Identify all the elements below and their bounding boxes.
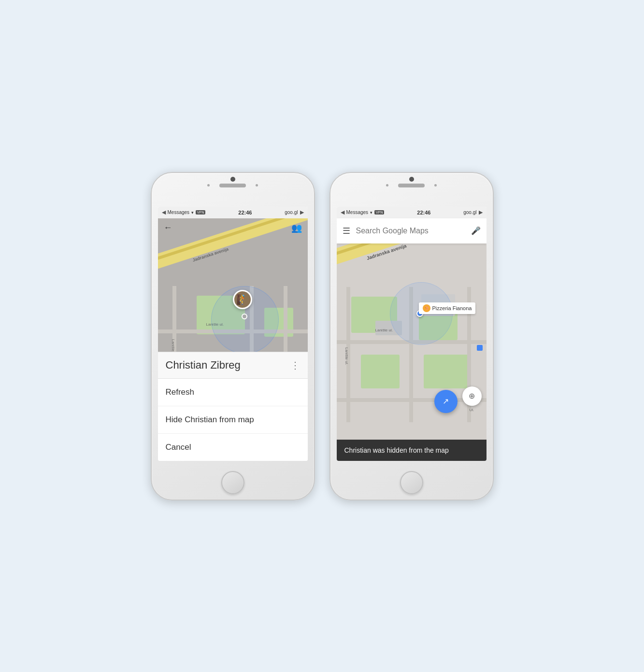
location-button-2[interactable]: ⊕ <box>462 386 482 406</box>
person-name-1: Christian Zibreg <box>166 359 241 372</box>
menu-dots-1[interactable]: ⋮ <box>290 359 300 371</box>
phone-top-1 <box>152 173 314 207</box>
bottom-panel-1: Christian Zibreg ⋮ Refresh Hide Christia… <box>158 352 308 461</box>
search-bar-2: ☰ 🎤 <box>337 218 487 243</box>
back-arrow-icon: ◀ <box>162 209 166 215</box>
app-name-2: Messages <box>346 210 369 215</box>
dot-2 <box>256 184 258 186</box>
map-nav-1: ← 👥 <box>158 218 308 238</box>
menu-item-refresh[interactable]: Refresh <box>158 379 308 406</box>
app-name-1: Messages <box>168 210 190 215</box>
phone-top-2 <box>330 173 493 207</box>
back-arrow-icon-2: ◀ <box>341 209 344 215</box>
phone2-screen: ◀ Messages ▾ VPN 22:46 goo.gl ▶ ☰ 🎤 <box>337 207 487 461</box>
status-bar-2: ◀ Messages ▾ VPN 22:46 goo.gl ▶ <box>337 207 487 218</box>
status-time-1: 22:46 <box>238 210 252 215</box>
home-button-2[interactable] <box>400 471 423 494</box>
home-button-1[interactable] <box>221 471 244 494</box>
search-input-2[interactable] <box>356 227 465 235</box>
user-avatar-1: 🧗 <box>233 290 252 309</box>
dot-3 <box>386 184 388 186</box>
side-button-left <box>151 231 152 245</box>
fab-icon: ↗ <box>443 397 449 406</box>
road-label-2c: Ul. <box>470 408 474 412</box>
back-button-1[interactable]: ← <box>164 223 172 233</box>
speaker-2 <box>398 184 425 187</box>
dot-1 <box>207 184 210 186</box>
phone-2: ◀ Messages ▾ VPN 22:46 goo.gl ▶ ☰ 🎤 <box>329 172 494 500</box>
map-marker-blue-2 <box>477 345 483 351</box>
park-6 <box>424 355 470 388</box>
hamburger-icon-2[interactable]: ☰ <box>343 226 350 236</box>
grey-road-vert-3 <box>284 286 287 352</box>
dot-4 <box>434 184 437 186</box>
mic-icon-2[interactable]: 🎤 <box>471 226 481 235</box>
forward-arrow-icon-1: ▶ <box>300 209 304 215</box>
location-dot-small-1 <box>242 314 247 319</box>
status-url-2: goo.gl <box>463 210 476 215</box>
phone-bottom-2 <box>330 466 493 500</box>
crosshair-icon: ⊕ <box>469 391 475 400</box>
side-button-right <box>314 241 315 265</box>
status-time-2: 22:46 <box>417 210 430 215</box>
park-5 <box>361 355 400 388</box>
vpn-badge-2: VPN <box>374 210 384 214</box>
speaker-1 <box>219 184 246 187</box>
wifi-icon-2: ▾ <box>370 210 372 215</box>
fab-button-2[interactable]: ↗ <box>434 390 458 413</box>
page-container: ◀ Messages ▾ VPN 22:46 goo.gl ▶ <box>151 172 494 500</box>
side-button-right-2 <box>493 241 494 265</box>
phone2-map: Jadranska avenija Lanište ul. Lanište ul… <box>337 243 487 440</box>
wifi-icon-1: ▾ <box>191 210 194 215</box>
road-label-2a: Lanište ul. <box>344 347 349 365</box>
snackbar-2: Christian was hidden from the map <box>337 440 487 461</box>
pizzeria-label: 🍕 Pizzeria Fianona <box>419 302 476 314</box>
phone1-map: Jadranska avenija Lanište ul. Lanište ul… <box>158 218 308 352</box>
road-label-2b: Lanište ul. <box>375 328 393 332</box>
phone-1: ◀ Messages ▾ VPN 22:46 goo.gl ▶ <box>151 172 315 500</box>
pizza-icon: 🍕 <box>423 304 430 312</box>
people-icon-1: 👥 <box>291 223 302 233</box>
forward-arrow-icon-2: ▶ <box>479 209 483 215</box>
person-row-1: Christian Zibreg ⋮ <box>158 352 308 379</box>
menu-item-cancel[interactable]: Cancel <box>158 434 308 461</box>
camera-1 <box>230 177 235 182</box>
pizzeria-name: Pizzeria Fianona <box>432 305 472 311</box>
status-bar-1: ◀ Messages ▾ VPN 22:46 goo.gl ▶ <box>158 207 308 218</box>
phone1-screen: ◀ Messages ▾ VPN 22:46 goo.gl ▶ <box>158 207 308 461</box>
phone-bottom-1 <box>152 466 314 500</box>
status-url-1: goo.gl <box>285 210 298 215</box>
vpn-badge-1: VPN <box>196 210 205 214</box>
snackbar-text-2: Christian was hidden from the map <box>344 446 449 454</box>
camera-2 <box>409 177 414 182</box>
menu-item-hide[interactable]: Hide Christian from map <box>158 406 308 434</box>
road-label-laniste-1: Lanište ul. <box>171 339 175 352</box>
